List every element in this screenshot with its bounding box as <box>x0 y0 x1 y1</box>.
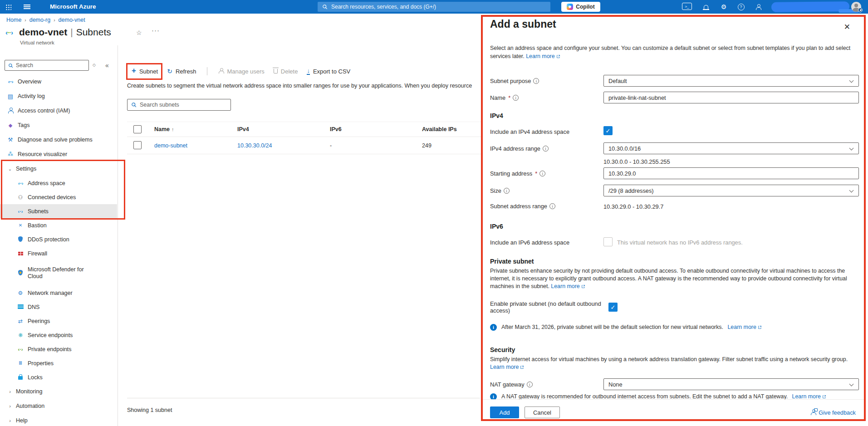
favorite-star-icon[interactable]: ☆ <box>136 29 142 36</box>
defender-shield-icon <box>16 270 25 276</box>
enable-private-subnet-checkbox[interactable]: ✓ <box>608 303 618 312</box>
sidebar-item-private-endpoints[interactable]: ‹·›Private endpoints <box>0 342 117 356</box>
intro-learn-more-link[interactable]: Learn more <box>526 53 560 59</box>
sidebar-item-locks[interactable]: Locks <box>0 370 117 384</box>
subnet-name-link[interactable]: demo-subnet <box>154 142 187 149</box>
cancel-button[interactable]: Cancel <box>525 406 560 418</box>
search-icon <box>8 63 13 68</box>
sidebar-search[interactable] <box>5 60 89 71</box>
size-dropdown[interactable]: /29 (8 addresses) <box>603 185 859 196</box>
sidebar-item-properties[interactable]: ⅢProperties <box>0 356 117 370</box>
sidebar-item-defender[interactable]: Microsoft Defender for Cloud <box>0 260 117 286</box>
sidebar-group-help[interactable]: ›Help <box>0 413 117 426</box>
sidebar-group-monitoring[interactable]: ›Monitoring <box>0 384 117 399</box>
info-icon[interactable]: i <box>549 203 555 209</box>
sidebar-item-diagnose[interactable]: ⚒Diagnose and solve problems <box>0 132 117 147</box>
info-icon[interactable]: i <box>543 146 549 152</box>
column-available-ips[interactable]: Available IPs <box>422 126 457 132</box>
nat-info-learn-more-link[interactable]: Learn more <box>792 393 826 400</box>
subnet-search-input[interactable] <box>140 102 217 108</box>
more-options-icon[interactable]: ··· <box>152 26 160 34</box>
subnet-purpose-dropdown[interactable]: Default <box>603 75 859 87</box>
sidebar-item-connected-devices[interactable]: ⚇Connected devices <box>0 190 117 204</box>
sidebar-item-activity-log[interactable]: ▤Activity log <box>0 89 117 103</box>
sidebar-item-overview[interactable]: ‹··›Overview <box>0 74 117 89</box>
subnets-main: +Subnet ↻Refresh Manage users Delete ↓Ex… <box>118 45 481 426</box>
sidebar-item-ddos[interactable]: DDoS protection <box>0 232 117 246</box>
subnet-ipv4-link[interactable]: 10.30.30.0/24 <box>237 142 272 149</box>
resource-visualizer-icon: ⁂ <box>6 151 15 157</box>
sidebar-group-settings[interactable]: ⌄Settings <box>0 162 117 176</box>
close-icon[interactable]: ✕ <box>844 22 850 32</box>
private-subnet-learn-more-link[interactable]: Learn more <box>551 283 585 289</box>
sidebar-item-service-endpoints[interactable]: ❋Service endpoints <box>0 328 117 342</box>
column-name[interactable]: Name↑ <box>154 126 174 132</box>
add-subnet-panel: ✕ Add a subnet Select an address space a… <box>481 15 866 421</box>
download-icon: ↓ <box>307 68 310 75</box>
add-subnet-button[interactable]: +Subnet <box>127 67 162 75</box>
ipv4-range-dropdown[interactable]: 10.30.0.0/16 <box>603 142 859 154</box>
ddos-shield-icon <box>16 236 25 243</box>
panel-intro: Select an address space and configure yo… <box>490 44 858 60</box>
sidebar-item-subnets[interactable]: ‹·›Subnets <box>0 204 117 218</box>
collapse-menu-icon[interactable]: « <box>105 62 109 69</box>
chevron-right-icon: › <box>7 403 13 409</box>
breadcrumb-resource-group[interactable]: demo-rg <box>29 17 51 23</box>
info-icon[interactable]: i <box>539 171 545 176</box>
ipv4-range-label: IPv4 address rangei <box>490 145 549 152</box>
copilot-button[interactable]: Copilot <box>561 2 600 12</box>
trash-icon <box>274 68 278 75</box>
nat-gateway-dropdown[interactable]: None <box>603 378 859 390</box>
refresh-button[interactable]: ↻Refresh <box>162 68 201 75</box>
info-icon[interactable]: i <box>527 382 533 387</box>
sidebar-item-firewall[interactable]: Firewall <box>0 246 117 260</box>
hamburger-menu-icon[interactable] <box>24 5 30 5</box>
row-checkbox[interactable] <box>133 141 142 149</box>
sidebar-search-input[interactable] <box>16 62 79 69</box>
sidebar-item-network-manager[interactable]: ⚙Network manager <box>0 286 117 300</box>
private-subnet-section-header: Private subnet <box>490 258 534 265</box>
feedback-icon[interactable] <box>753 3 763 11</box>
sidebar-item-bastion[interactable]: ✕Bastion <box>0 218 117 232</box>
include-ipv4-label: Include an IPv4 address space <box>490 128 569 135</box>
breadcrumb-vnet[interactable]: demo-vnet <box>59 17 85 23</box>
starting-address-input[interactable] <box>608 170 854 177</box>
add-button[interactable]: Add <box>490 406 519 418</box>
sidebar-item-tags[interactable]: ◆Tags <box>0 118 117 132</box>
chevron-down-icon: ⌄ <box>7 166 13 171</box>
settings-gear-icon[interactable]: ⚙ <box>719 3 729 11</box>
subnet-name-input[interactable] <box>608 94 854 101</box>
sidebar-item-dns[interactable]: DNS <box>0 300 117 314</box>
waffle-menu-icon[interactable] <box>5 4 11 10</box>
sidebar-group-automation[interactable]: ›Automation <box>0 399 117 413</box>
subnet-range-label: Subnet address rangei <box>490 203 555 210</box>
top-bar: Microsoft Azure Copilot >_ ⚙ ? <box>0 0 868 14</box>
address-space-icon: ‹··› <box>16 181 25 186</box>
plus-icon: + <box>132 66 136 75</box>
info-icon[interactable]: i <box>533 78 539 84</box>
select-all-checkbox[interactable] <box>133 125 142 133</box>
column-ipv6[interactable]: IPv6 <box>330 126 342 132</box>
column-ipv4[interactable]: IPv4 <box>237 126 249 132</box>
check-icon: ✓ <box>611 304 616 311</box>
sidebar-item-peerings[interactable]: ⇄Peerings <box>0 314 117 328</box>
cloud-shell-icon[interactable]: >_ <box>682 3 692 10</box>
include-ipv4-checkbox[interactable]: ✓ <box>603 126 613 135</box>
global-search[interactable] <box>318 2 550 12</box>
global-search-input[interactable] <box>331 4 531 10</box>
private-info-learn-more-link[interactable]: Learn more <box>727 324 761 330</box>
breadcrumb-home[interactable]: Home <box>6 17 21 23</box>
export-csv-button[interactable]: ↓Export to CSV <box>302 68 355 75</box>
info-icon[interactable]: i <box>513 95 519 101</box>
info-icon[interactable]: i <box>504 188 510 194</box>
security-learn-more-link[interactable]: Learn more <box>490 364 524 370</box>
sidebar-options-icon[interactable]: ◇ <box>93 63 96 67</box>
sidebar-item-resource-visualizer[interactable]: ⁂Resource visualizer <box>0 147 117 162</box>
subnet-search[interactable] <box>127 99 231 111</box>
notifications-icon[interactable] <box>701 3 711 11</box>
help-icon[interactable]: ? <box>736 3 746 11</box>
give-feedback-link[interactable]: Give feedback <box>810 409 856 416</box>
panel-title: Add a subnet <box>490 18 556 30</box>
sidebar-item-address-space[interactable]: ‹··›Address space <box>0 176 117 190</box>
sidebar-item-access-control[interactable]: Access control (IAM) <box>0 103 117 118</box>
